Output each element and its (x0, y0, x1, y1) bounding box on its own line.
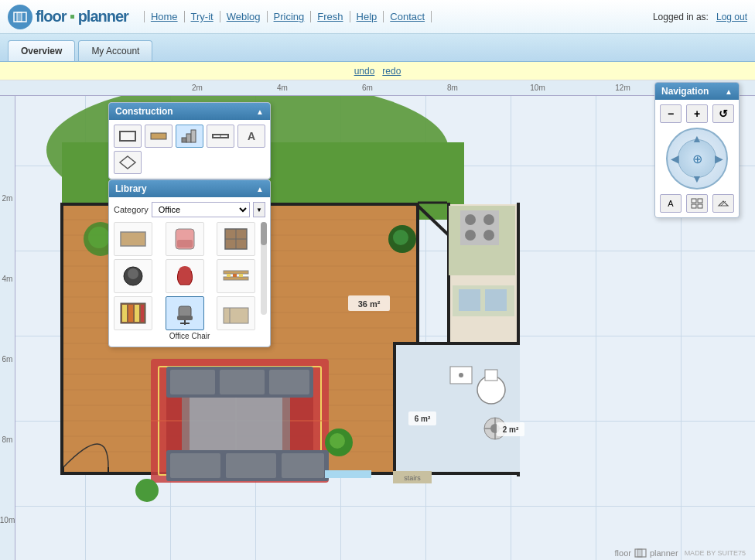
nav-fresh[interactable]: Fresh (311, 11, 350, 22)
svg-rect-114 (227, 274, 231, 277)
svg-point-73 (483, 214, 494, 225)
svg-rect-31 (362, 472, 520, 475)
compass-background: ▲ ▼ ◀ ▶ ⊕ (666, 128, 728, 190)
nav-home[interactable]: Home (144, 11, 185, 22)
svg-line-133 (721, 201, 726, 206)
wall-tool-btn[interactable] (114, 125, 142, 148)
header-right: Logged in as: Log out (653, 12, 747, 22)
svg-rect-1 (17, 12, 22, 22)
ruler-mark-8m: 8m (410, 84, 495, 92)
svg-point-74 (465, 230, 476, 241)
category-label: Category (114, 205, 149, 214)
text-tool-btn[interactable]: A (237, 125, 265, 148)
library-item-bookshelf[interactable] (114, 296, 152, 330)
svg-rect-115 (233, 274, 237, 277)
nav-tryit[interactable]: Try-it (185, 11, 220, 22)
construction-panel-header[interactable]: Construction ▲ (109, 103, 270, 120)
library-item-desk2[interactable] (217, 296, 255, 330)
ruler-mark-v-6m: 6m (2, 319, 13, 399)
category-arrow-btn[interactable]: ▼ (253, 202, 265, 217)
ruler-mark-6m: 6m (325, 84, 410, 92)
ruler-mark-2m: 2m (155, 84, 240, 92)
compass-down-btn[interactable]: ▼ (692, 172, 702, 185)
ruler-mark-v-2m: 2m (2, 158, 13, 238)
nav-pricing[interactable]: Pricing (268, 11, 312, 22)
nav-help[interactable]: Help (350, 11, 384, 22)
library-item-name-display: Office Chair (114, 330, 265, 342)
window-tool-btn[interactable] (207, 125, 234, 148)
svg-rect-99 (191, 130, 196, 142)
view-3d-btn[interactable] (712, 194, 734, 213)
footer-logo-icon (634, 548, 647, 558)
category-select[interactable]: Office Living Room Bedroom Kitchen Bathr… (152, 202, 250, 217)
svg-point-75 (483, 230, 494, 241)
logo-icon (8, 5, 32, 29)
library-item-office-chair-black[interactable] (114, 259, 152, 293)
footer-tagline: MADE BY SUITE75 (685, 549, 746, 557)
ruler-mark-10m: 10m (495, 84, 580, 92)
navigation-panel-header[interactable]: Navigation ▲ (655, 83, 739, 100)
compass-left-btn[interactable]: ◀ (671, 152, 679, 165)
floor-tool-btn[interactable] (145, 125, 173, 148)
nav-zoom-row: − + ↺ (660, 104, 734, 123)
stairs-tool-btn[interactable] (176, 125, 203, 148)
svg-rect-119 (128, 305, 133, 322)
undo-link[interactable]: undo (354, 66, 375, 77)
svg-rect-60 (269, 370, 309, 394)
svg-rect-27 (393, 342, 396, 475)
view-grid-btn[interactable] (686, 194, 708, 213)
svg-rect-71 (460, 210, 499, 245)
svg-rect-56 (190, 396, 282, 453)
library-item-vase[interactable] (166, 259, 204, 293)
tab-my-account[interactable]: My Account (78, 40, 152, 61)
library-item-shelf[interactable] (217, 259, 255, 293)
svg-rect-25 (60, 203, 63, 475)
library-panel-header[interactable]: Library ▲ (109, 180, 270, 197)
ruler-mark-v-4m: 4m (2, 238, 13, 319)
svg-text:36 m²: 36 m² (358, 299, 381, 309)
redo-link[interactable]: redo (382, 66, 401, 77)
library-item-office-chair[interactable] (166, 296, 204, 330)
svg-rect-116 (239, 274, 243, 277)
svg-rect-58 (170, 370, 215, 394)
library-item-cabinet[interactable] (217, 222, 255, 256)
svg-text:stairs: stairs (404, 474, 421, 482)
svg-rect-105 (177, 240, 193, 248)
svg-rect-95 (120, 131, 135, 141)
logout-link[interactable]: Log out (716, 12, 747, 22)
compass-up-btn[interactable]: ▲ (692, 132, 702, 145)
footer-brand: floor (615, 548, 631, 558)
ruler-mark-v-8m: 8m (2, 399, 13, 480)
svg-rect-33 (393, 342, 450, 345)
nav-contact[interactable]: Contact (384, 11, 432, 22)
tab-overview[interactable]: Overview (8, 40, 75, 61)
floor-plan[interactable]: 36 m² (15, 96, 572, 547)
construction-collapse-btn[interactable]: ▲ (256, 108, 264, 116)
svg-rect-59 (220, 370, 265, 394)
library-scrollbar[interactable] (261, 222, 267, 315)
svg-point-110 (128, 268, 138, 279)
category-row: Category Office Living Room Bedroom Kitc… (114, 202, 265, 217)
library-collapse-btn[interactable]: ▲ (256, 185, 264, 193)
zoom-out-btn[interactable]: − (660, 104, 682, 123)
library-scroll-thumb[interactable] (261, 222, 267, 245)
ruler-mark-v-10m: 10m (0, 480, 15, 560)
zoom-in-btn[interactable]: + (686, 104, 708, 123)
subnav: Overview My Account (0, 34, 755, 62)
svg-rect-97 (182, 138, 186, 142)
navigation-collapse-btn[interactable]: ▲ (725, 87, 733, 96)
construction-panel-body: A (109, 120, 270, 179)
library-item-desk[interactable] (114, 222, 152, 256)
navigation-panel-body: − + ↺ ▲ ▼ ◀ ▶ ⊕ A (655, 100, 739, 217)
compass-right-btn[interactable]: ▶ (715, 152, 723, 165)
svg-text:6 m²: 6 m² (415, 415, 431, 423)
svg-rect-135 (637, 549, 642, 557)
library-item-chair-pink[interactable] (166, 222, 204, 256)
svg-point-66 (330, 433, 345, 449)
view-a-btn[interactable]: A (660, 194, 682, 213)
ruler-left: 2m 4m 6m 8m 10m (0, 96, 15, 560)
nav-weblog[interactable]: Weblog (220, 11, 268, 22)
zoom-reset-btn[interactable]: ↺ (712, 104, 734, 123)
erase-tool-btn[interactable] (114, 151, 142, 174)
svg-rect-121 (141, 305, 144, 322)
